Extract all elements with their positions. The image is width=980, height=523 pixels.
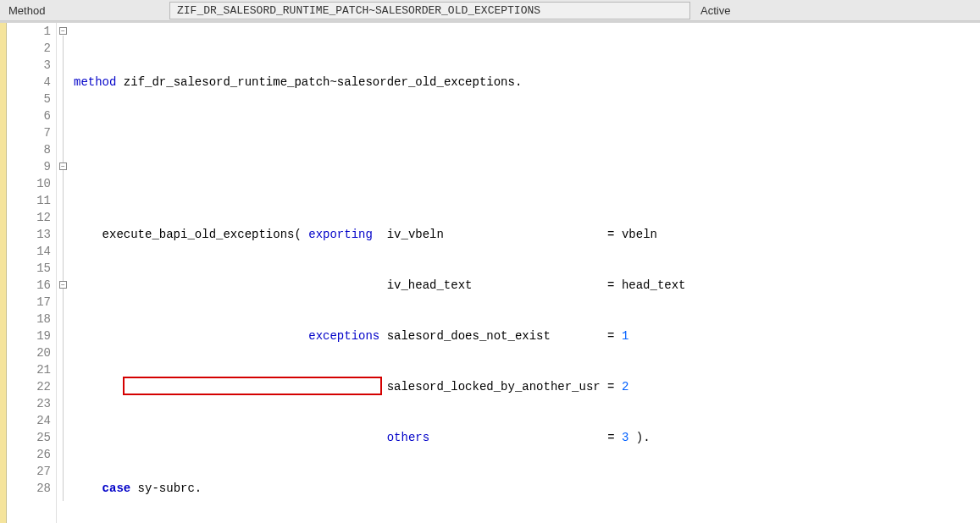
status-label: Active [690, 4, 740, 17]
code-line[interactable]: case sy-subrc. [74, 480, 980, 497]
code-line[interactable]: salesord_locked_by_another_usr = 2 [74, 378, 980, 395]
code-line[interactable]: method zif_dr_salesord_runtime_patch~sal… [74, 74, 980, 91]
code-line[interactable]: execute_bapi_old_exceptions( exporting i… [74, 226, 980, 243]
method-name-field[interactable]: ZIF_DR_SALESORD_RUNTIME_PATCH~SALESORDER… [169, 2, 690, 19]
code-line[interactable] [74, 175, 980, 192]
code-area[interactable]: method zif_dr_salesord_runtime_patch~sal… [72, 23, 980, 523]
header-bar: Method ZIF_DR_SALESORD_RUNTIME_PATCH~SAL… [0, 0, 980, 21]
line-number-gutter: 1234 5678 9101112 13141516 17181920 2122… [19, 23, 57, 523]
change-strip [7, 23, 19, 523]
fold-icon[interactable]: − [59, 27, 67, 35]
method-label: Method [0, 4, 169, 17]
code-line[interactable]: others = 3 ). [74, 429, 980, 446]
code-line[interactable]: exceptions salesord_does_not_exist = 1 [74, 328, 980, 344]
code-line[interactable]: iv_head_text = head_text [74, 277, 980, 294]
code-editor[interactable]: 1234 5678 9101112 13141516 17181920 2122… [0, 21, 980, 523]
fold-icon[interactable]: − [59, 162, 67, 170]
marker-bar [0, 23, 7, 523]
fold-icon[interactable]: − [59, 281, 67, 289]
code-line[interactable] [74, 124, 980, 141]
fold-column[interactable]: − − − [57, 23, 72, 523]
